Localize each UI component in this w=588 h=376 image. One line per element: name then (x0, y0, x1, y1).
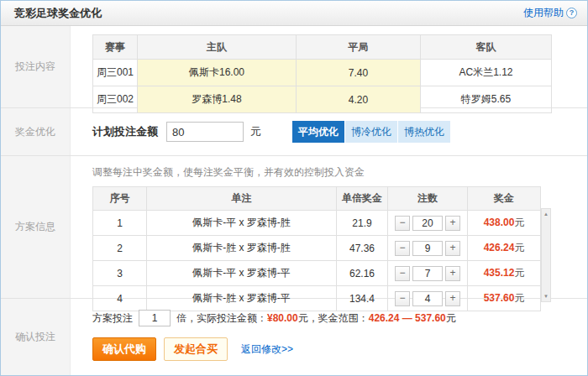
plan-amount-label: 计划投注金额 (92, 124, 158, 139)
tab-average-optimize[interactable]: 平均优化 (292, 121, 345, 143)
tab-cold-optimize[interactable]: 博冷优化 (345, 121, 398, 143)
col-header-count: 注数 (388, 187, 468, 211)
optimize-tabs: 平均优化 博冷优化 博热优化 (292, 121, 450, 143)
section-confirm-bet: 确认投注 方案投注 倍，实际投注金额： ¥80.00 元 ，奖金范围： 426.… (1, 299, 587, 375)
away-odds-cell[interactable]: AC米兰1.12 (421, 60, 552, 86)
prize-unit: 元 (514, 217, 524, 228)
multiple-input[interactable] (139, 310, 171, 326)
plan-description: 调整每注中奖金额，使每注奖金平衡，并有效的控制投入资金 (92, 165, 587, 180)
minus-button[interactable]: − (395, 241, 410, 256)
minus-button[interactable]: − (395, 216, 410, 231)
minus-button[interactable]: − (395, 266, 410, 281)
prize-range-unit: 元 (446, 311, 456, 326)
after-multiple-text: 倍，实际投注金额： (176, 311, 267, 326)
plan-combo-cell: 佩斯卡-平 x 罗森博-平 (147, 261, 337, 286)
prize-value: 426.24 (484, 242, 515, 253)
sidebar-label: 投注内容 (15, 60, 55, 74)
prize-range-value: 426.24 — 537.60 (369, 312, 446, 324)
optimize-area: 计划投注金额 元 平均优化 博冷优化 博热优化 (71, 108, 587, 155)
plan-row: 2 佩斯卡-胜 x 罗森博-胜 47.36 − + 426.24元 (93, 236, 541, 261)
header-bar: 竞彩足球奖金优化 使用帮助 ? (1, 1, 587, 26)
col-header-prize: 奖金 (468, 187, 541, 211)
plan-prize-cell: 426.24元 (468, 236, 541, 261)
multiple-label: 方案投注 (92, 311, 133, 326)
start-group-buy-button[interactable]: 发起合买 (164, 337, 228, 361)
range-label: ，奖金范围： (308, 311, 369, 326)
count-stepper: − + (395, 266, 460, 281)
scroll-up-icon[interactable]: ▲ (543, 209, 549, 219)
plan-count-cell: − + (388, 211, 468, 236)
plan-no-cell: 3 (93, 261, 147, 286)
bet-content-area: 赛事 主队 平局 客队 周三001 佩斯卡16.00 7.40 AC米兰1.12… (71, 26, 587, 107)
confirm-purchase-button[interactable]: 确认代购 (92, 337, 156, 361)
plan-no-cell: 1 (93, 211, 147, 236)
tab-hot-optimize[interactable]: 博热优化 (398, 121, 450, 143)
col-header-away: 客队 (421, 35, 552, 60)
count-stepper: − + (395, 241, 460, 256)
plan-table: 序号 单注 单倍奖金 注数 奖金 1 佩斯卡-平 x 罗森博-胜 21.9 − (92, 186, 541, 311)
match-id-cell: 周三001 (93, 60, 138, 86)
total-amount-value: ¥80.00 (267, 312, 298, 324)
sidebar-item-bet-content: 投注内容 (1, 26, 71, 107)
confirm-buttons: 确认代购 发起合买 返回修改>> (92, 337, 587, 361)
plus-button[interactable]: + (445, 241, 460, 256)
confirm-area: 方案投注 倍，实际投注金额： ¥80.00 元 ，奖金范围： 426.24 — … (71, 299, 587, 375)
prize-unit: 元 (514, 267, 524, 279)
sidebar-item-confirm-bet: 确认投注 (1, 299, 71, 375)
confirm-summary-line: 方案投注 倍，实际投注金额： ¥80.00 元 ，奖金范围： 426.24 — … (92, 310, 587, 326)
count-input[interactable] (412, 216, 443, 231)
plan-row: 1 佩斯卡-平 x 罗森博-胜 21.9 − + 438.00元 (93, 211, 541, 236)
prize-unit: 元 (514, 242, 524, 253)
bonus-optimizer-panel: 竞彩足球奖金优化 使用帮助 ? 投注内容 赛事 主队 平局 客队 周三001 佩… (0, 0, 588, 376)
bet-table-row: 周三001 佩斯卡16.00 7.40 AC米兰1.12 (93, 60, 552, 86)
plan-combo-cell: 佩斯卡-胜 x 罗森博-胜 (147, 236, 337, 261)
section-bonus-optimize: 奖金优化 计划投注金额 元 平均优化 博冷优化 博热优化 (1, 108, 587, 156)
plan-prize-cell: 438.00元 (468, 211, 541, 236)
count-input[interactable] (412, 266, 443, 281)
section-plan-info: 方案信息 调整每注中奖金额，使每注奖金平衡，并有效的控制投入资金 序号 单注 单… (1, 156, 587, 299)
plan-row: 3 佩斯卡-平 x 罗森博-平 62.16 − + 435.12元 (93, 261, 541, 286)
sidebar-item-plan-info: 方案信息 (1, 156, 71, 298)
home-odds-cell[interactable]: 佩斯卡16.00 (138, 60, 297, 86)
count-stepper: − + (395, 216, 460, 231)
plan-unit-prize-cell: 62.16 (337, 261, 388, 286)
plus-button[interactable]: + (445, 266, 460, 281)
col-header-match: 赛事 (93, 35, 138, 60)
count-input[interactable] (412, 241, 443, 256)
prize-value: 438.00 (484, 217, 515, 228)
col-header-combo: 单注 (147, 187, 337, 211)
section-bet-content: 投注内容 赛事 主队 平局 客队 周三001 佩斯卡16.00 7.40 AC米… (1, 26, 587, 108)
col-header-draw: 平局 (297, 35, 421, 60)
col-header-home: 主队 (138, 35, 297, 60)
sidebar-label: 奖金优化 (15, 125, 55, 139)
plan-count-cell: − + (388, 261, 468, 286)
help-link[interactable]: 使用帮助 ? (523, 6, 577, 20)
amount-unit-label: 元 (250, 124, 261, 139)
draw-odds-cell[interactable]: 7.40 (297, 60, 421, 86)
col-header-no: 序号 (93, 187, 147, 211)
plan-prize-cell: 435.12元 (468, 261, 541, 286)
sidebar-label: 方案信息 (15, 220, 55, 234)
plan-amount-input[interactable] (166, 122, 244, 142)
page-title: 竞彩足球奖金优化 (14, 6, 102, 21)
bet-table-header-row: 赛事 主队 平局 客队 (93, 35, 552, 60)
back-to-modify-link[interactable]: 返回修改>> (241, 342, 293, 357)
help-link-label: 使用帮助 (523, 6, 564, 20)
plan-count-cell: − + (388, 236, 468, 261)
bet-table: 赛事 主队 平局 客队 周三001 佩斯卡16.00 7.40 AC米兰1.12… (92, 34, 552, 113)
plan-unit-prize-cell: 47.36 (337, 236, 388, 261)
sidebar-label: 确认投注 (15, 330, 55, 344)
col-header-unit-prize: 单倍奖金 (337, 187, 388, 211)
plan-no-cell: 2 (93, 236, 147, 261)
plan-table-scrollbar[interactable]: ▲ ▼ (541, 208, 551, 302)
plan-table-header-row: 序号 单注 单倍奖金 注数 奖金 (93, 187, 541, 211)
plan-unit-prize-cell: 21.9 (337, 211, 388, 236)
plan-combo-cell: 佩斯卡-平 x 罗森博-胜 (147, 211, 337, 236)
plan-info-area: 调整每注中奖金额，使每注奖金平衡，并有效的控制投入资金 序号 单注 单倍奖金 注… (71, 156, 587, 298)
prize-value: 435.12 (484, 267, 515, 279)
plus-button[interactable]: + (445, 216, 460, 231)
total-amount-unit: 元 (298, 311, 308, 326)
help-question-icon: ? (566, 8, 577, 18)
sidebar-item-bonus-optimize: 奖金优化 (1, 108, 71, 155)
